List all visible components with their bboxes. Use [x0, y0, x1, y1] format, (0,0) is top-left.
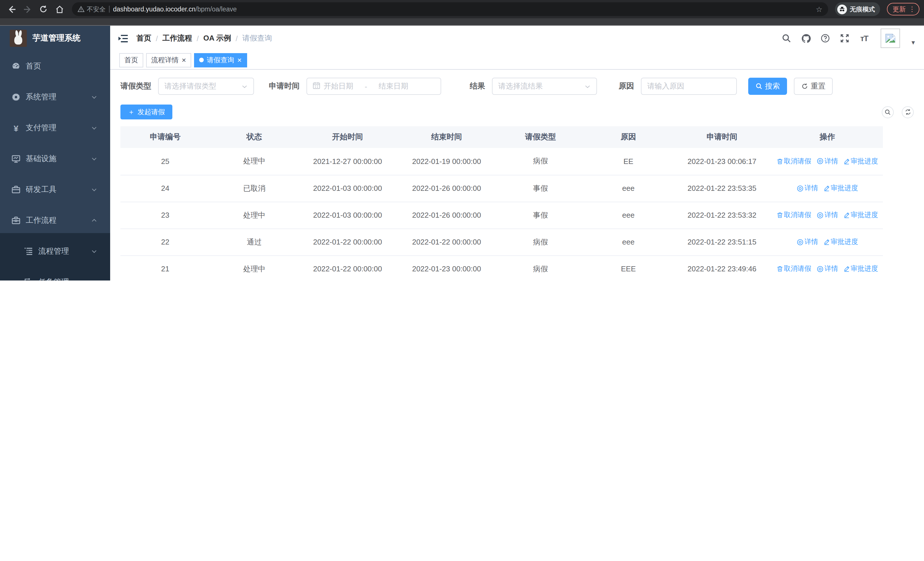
column-header: 申请编号 [120, 126, 210, 148]
cancel-leave-link[interactable]: 取消请假 [777, 210, 811, 220]
cell-status: 已取消 [210, 175, 298, 202]
cell-status: 处理中 [210, 202, 298, 229]
sidebar-item-系统管理[interactable]: 系统管理 [0, 82, 110, 113]
cell-reason: EE [584, 148, 672, 175]
gear-icon [11, 93, 21, 102]
detail-link[interactable]: 详情 [816, 264, 838, 274]
result-label: 结果 [470, 81, 485, 92]
cell-reason: eee [584, 175, 672, 202]
url-divider [109, 6, 110, 12]
cell-apply-time: 2022-01-22 23:53:32 [672, 202, 772, 229]
home-icon[interactable] [52, 2, 66, 16]
sidebar-collapse-icon[interactable] [117, 33, 128, 44]
fullscreen-icon[interactable] [840, 33, 850, 44]
help-icon[interactable] [820, 33, 830, 44]
app-title: 芋道管理系统 [33, 33, 81, 44]
search-button[interactable]: 搜索 [748, 78, 787, 95]
font-size-icon[interactable]: ᴛT [859, 33, 869, 44]
result-select[interactable]: 请选择流结果 [492, 78, 597, 95]
show-search-toggle-button[interactable] [882, 106, 894, 118]
cell-start-time: 2022-01-22 00:00:00 [298, 229, 397, 256]
avatar-caret-icon[interactable]: ▼ [910, 39, 916, 48]
filter-form: 请假类型 请选择请假类型 申请时间 开始日期 - 结束日期 结果 请选择流结果 [120, 78, 914, 95]
cancel-leave-link[interactable]: 取消请假 [777, 156, 811, 166]
breadcrumb-separator: / [196, 34, 199, 42]
sidebar-item-工作流程[interactable]: 工作流程 [0, 205, 110, 236]
plus-icon: ＋ [128, 107, 135, 117]
tab-首页[interactable]: 首页 [119, 53, 143, 67]
avatar[interactable] [880, 29, 900, 48]
leave-type-select[interactable]: 请选择请假类型 [158, 78, 254, 95]
cell-id: 25 [120, 148, 210, 175]
browser-update-button[interactable]: 更新 ⋮ [887, 3, 920, 15]
apply-time-range-picker[interactable]: 开始日期 - 结束日期 [306, 78, 441, 95]
reset-button[interactable]: 重置 [794, 78, 832, 95]
chevron-down-icon [91, 155, 98, 162]
approval-progress-link[interactable]: 审批进度 [843, 264, 878, 274]
reload-icon[interactable] [36, 2, 50, 16]
detail-link[interactable]: 详情 [816, 210, 838, 220]
approval-progress-link[interactable]: 审批进度 [823, 183, 858, 193]
column-header: 操作 [772, 126, 883, 148]
close-icon[interactable]: ✕ [237, 57, 242, 63]
browser-toolbar: 不安全 dashboard.yudao.iocoder.cn/bpm/oa/le… [0, 0, 924, 18]
detail-link[interactable]: 详情 [796, 183, 818, 193]
back-icon[interactable] [4, 2, 18, 16]
breadcrumb-item[interactable]: 首页 [136, 33, 151, 44]
page-content: 请假类型 请选择请假类型 申请时间 开始日期 - 结束日期 结果 请选择流结果 [110, 70, 924, 281]
approval-progress-link[interactable]: 审批进度 [843, 156, 878, 166]
cell-start-time: 2022-01-03 00:00:00 [298, 175, 397, 202]
cell-id: 23 [120, 202, 210, 229]
column-header: 请假类型 [496, 126, 584, 148]
security-warning-icon[interactable]: 不安全 [78, 5, 106, 14]
sidebar-item-支付管理[interactable]: ¥支付管理 [0, 113, 110, 143]
column-header: 原因 [584, 126, 672, 148]
detail-link[interactable]: 详情 [796, 237, 818, 247]
github-icon[interactable] [801, 33, 811, 44]
forward-icon[interactable] [21, 2, 34, 16]
chevron-down-icon [91, 186, 98, 193]
cell-end-time: 2022-01-26 00:00:00 [397, 202, 496, 229]
url-text[interactable]: dashboard.yudao.iocoder.cn/bpm/oa/leave [113, 6, 237, 12]
cell-status: 通过 [210, 229, 298, 256]
tab-流程详情[interactable]: 流程详情✕ [146, 53, 192, 67]
approval-progress-link[interactable]: 审批进度 [823, 237, 858, 247]
cell-start-time: 2021-12-27 00:00:00 [298, 148, 397, 175]
sidebar-item-label: 系统管理 [26, 92, 91, 102]
bookmark-star-icon[interactable]: ☆ [816, 5, 822, 14]
cell-id: 22 [120, 229, 210, 256]
chrome-strip [0, 18, 924, 25]
tab-label: 首页 [124, 55, 138, 65]
cancel-leave-link[interactable]: 取消请假 [777, 264, 811, 274]
sidebar-item-研发工具[interactable]: 研发工具 [0, 174, 110, 205]
close-icon[interactable]: ✕ [182, 57, 186, 63]
sidebar-item-label: 研发工具 [26, 185, 91, 195]
reason-input[interactable]: 请输入原因 [641, 78, 737, 95]
search-icon[interactable] [782, 33, 792, 44]
url-bar[interactable]: 不安全 dashboard.yudao.iocoder.cn/bpm/oa/le… [72, 2, 828, 16]
sidebar-item-基础设施[interactable]: 基础设施 [0, 143, 110, 174]
sidebar-item-label: 流程管理 [38, 246, 91, 257]
tab-请假查询[interactable]: 请假查询✕ [194, 53, 247, 67]
sidebar-item-流程管理[interactable]: 流程管理 [0, 236, 110, 267]
detail-link[interactable]: 详情 [816, 156, 838, 166]
sidebar-item-label: 工作流程 [26, 215, 91, 226]
cell-apply-time: 2022-01-23 00:06:17 [672, 148, 772, 175]
breadcrumb-item[interactable]: 工作流程 [162, 33, 192, 44]
logo[interactable]: 芋道管理系统 [0, 26, 110, 51]
active-tab-dot [200, 58, 204, 62]
update-label: 更新 [892, 5, 906, 14]
sidebar-item-任务管理[interactable]: 任务管理 [0, 267, 110, 281]
cell-end-time: 2022-01-22 00:00:00 [397, 229, 496, 256]
refresh-table-button[interactable] [902, 106, 914, 118]
sidebar-item-label: 支付管理 [26, 123, 91, 133]
create-leave-button[interactable]: ＋ 发起请假 [120, 105, 172, 119]
cell-end-time: 2022-01-23 00:00:00 [397, 256, 496, 281]
cell-start-time: 2022-01-03 00:00:00 [298, 202, 397, 229]
approval-progress-link[interactable]: 审批进度 [843, 210, 878, 220]
tab-label: 请假查询 [207, 55, 234, 65]
sidebar-item-首页[interactable]: 首页 [0, 51, 110, 82]
breadcrumb-item[interactable]: OA 示例 [204, 33, 231, 44]
cell-leave-type: 事假 [496, 202, 584, 229]
browser-menu-icon[interactable]: ⋮ [909, 5, 915, 13]
